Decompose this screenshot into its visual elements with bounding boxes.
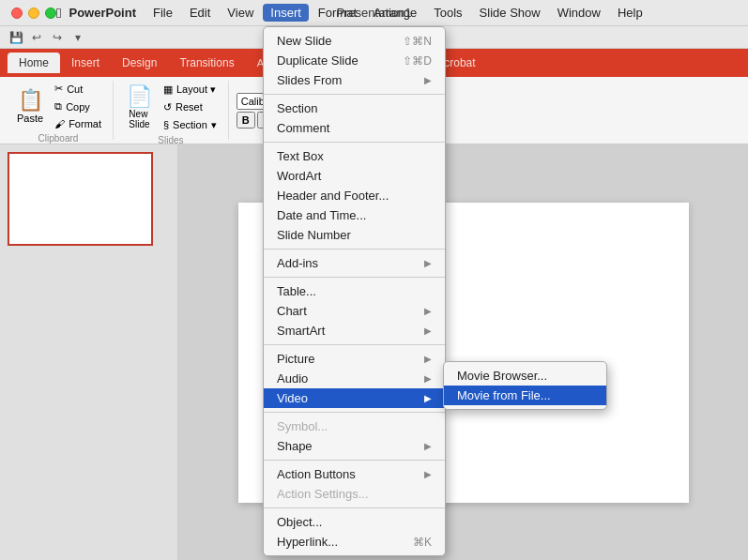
insert-menu[interactable]: New Slide ⇧⌘N Duplicate Slide ⇧⌘D Slides… (263, 26, 446, 556)
menu-item-label: Date and Time... (277, 208, 366, 222)
undo-icon[interactable]: ↩ (28, 29, 45, 46)
menu-item-label: New Slide (277, 34, 332, 48)
slide-panel: 1 (0, 144, 178, 560)
new-slide-icon: 📄 (127, 84, 152, 109)
menu-item-label: SmartArt (277, 324, 325, 338)
menu-item-object[interactable]: Object... (264, 512, 445, 532)
redo-icon[interactable]: ↪ (49, 29, 66, 46)
menu-view[interactable]: View (220, 4, 261, 22)
menu-item-label: Object... (277, 515, 322, 529)
menu-edit[interactable]: Edit (182, 4, 218, 22)
menu-item-add-ins[interactable]: Add-ins ▶ (264, 253, 445, 273)
menu-item-label: WordArt (277, 169, 321, 183)
submenu-arrow-icon: ▶ (424, 393, 432, 403)
layout-button[interactable]: ▦ Layout ▾ (160, 82, 221, 98)
menu-item-slide-number[interactable]: Slide Number (264, 225, 445, 245)
layout-label: Layout ▾ (176, 83, 216, 96)
video-submenu[interactable]: Movie Browser... Movie from File... (443, 361, 607, 410)
menu-item-shape[interactable]: Shape ▶ (264, 436, 445, 456)
format-label: Format (69, 118, 101, 129)
menu-help[interactable]: Help (610, 4, 650, 22)
tab-transitions[interactable]: Transitions (168, 53, 245, 73)
menu-slideshow[interactable]: Slide Show (472, 4, 548, 22)
reset-icon: ↺ (163, 101, 172, 114)
app-name: PowerPoint (69, 6, 136, 20)
new-slide-button[interactable]: 📄 NewSlide (121, 81, 158, 133)
menu-item-label: Video (277, 391, 308, 405)
paste-icon: 📋 (18, 88, 43, 113)
menu-item-shortcut: ⇧⌘N (403, 35, 432, 48)
tab-insert[interactable]: Insert (60, 53, 111, 73)
menu-item-wordart[interactable]: WordArt (264, 166, 445, 186)
menu-window[interactable]: Window (550, 4, 608, 22)
menu-item-header-footer[interactable]: Header and Footer... (264, 186, 445, 205)
menu-separator (264, 460, 445, 461)
clipboard-label: Clipboard (38, 133, 79, 144)
menu-item-symbol: Symbol... (264, 416, 445, 436)
menu-item-duplicate-slide[interactable]: Duplicate Slide ⇧⌘D (264, 51, 445, 70)
menu-item-video[interactable]: Video ▶ (264, 388, 445, 408)
save-icon[interactable]: 💾 (8, 29, 24, 46)
paste-button[interactable]: 📋 Paste (11, 84, 49, 128)
tab-home[interactable]: Home (8, 53, 60, 73)
menu-item-label: Text Box (277, 149, 324, 163)
menu-item-new-slide[interactable]: New Slide ⇧⌘N (264, 31, 445, 51)
menu-item-label: Chart (277, 304, 307, 318)
menu-item-label: Audio (277, 371, 308, 386)
format-painter-icon: 🖌 (54, 118, 65, 129)
menu-separator (264, 142, 445, 143)
format-button[interactable]: 🖌 Format (51, 116, 105, 131)
cut-button[interactable]: ✂ Cut (51, 81, 105, 97)
menu-item-hyperlink[interactable]: Hyperlink... ⌘K (264, 532, 445, 552)
section-button[interactable]: § Section ▾ (160, 117, 221, 133)
slide-thumbnail[interactable] (8, 152, 153, 246)
minimize-button[interactable] (28, 8, 39, 19)
menu-item-label: Add-ins (277, 256, 318, 270)
close-button[interactable] (11, 8, 23, 19)
menu-item-label: Picture (277, 352, 314, 366)
menu-item-label: Action Buttons (277, 467, 356, 481)
cut-label: Cut (67, 83, 83, 95)
submenu-arrow-icon: ▶ (424, 373, 432, 384)
section-icon: § (163, 119, 169, 130)
submenu-arrow-icon: ▶ (424, 306, 432, 316)
menu-item-label: Action Settings... (277, 487, 369, 501)
menu-item-table[interactable]: Table... (264, 281, 445, 301)
menu-item-date-time[interactable]: Date and Time... (264, 205, 445, 225)
window-title: Presentation1 (336, 6, 411, 20)
menu-item-section[interactable]: Section (264, 98, 445, 118)
menu-insert[interactable]: Insert (263, 4, 309, 22)
menu-item-audio[interactable]: Audio ▶ (264, 369, 445, 388)
menu-file[interactable]: File (145, 4, 180, 22)
maximize-button[interactable] (45, 8, 56, 19)
apple-icon:  (56, 5, 61, 21)
menu-item-slides-from[interactable]: Slides From ▶ (264, 70, 445, 90)
slides-buttons: 📄 NewSlide ▦ Layout ▾ ↺ Reset § Section … (121, 81, 221, 133)
submenu-arrow-icon: ▶ (424, 258, 432, 268)
menu-item-movie-browser[interactable]: Movie Browser... (444, 366, 606, 386)
clipboard-group: 📋 Paste ✂ Cut ⧉ Copy 🖌 Format Clipboard (4, 81, 114, 140)
copy-label: Copy (66, 101, 90, 113)
menu-item-shortcut: ⌘K (413, 536, 432, 549)
section-arrow-icon: ▾ (211, 119, 217, 131)
menu-tools[interactable]: Tools (426, 4, 469, 22)
menu-item-action-buttons[interactable]: Action Buttons ▶ (264, 464, 445, 484)
menu-item-chart[interactable]: Chart ▶ (264, 301, 445, 321)
menu-item-label: Hyperlink... (277, 535, 338, 549)
menu-item-smartart[interactable]: SmartArt ▶ (264, 321, 445, 341)
customize-icon[interactable]: ▾ (69, 29, 86, 46)
menu-item-picture[interactable]: Picture ▶ (264, 349, 445, 369)
menu-item-label: Movie from File... (457, 388, 551, 402)
reset-button[interactable]: ↺ Reset (160, 99, 221, 115)
submenu-arrow-icon: ▶ (424, 75, 432, 85)
menu-item-comment[interactable]: Comment (264, 118, 445, 138)
menu-item-label: Movie Browser... (457, 369, 547, 383)
slide-thumbnail-container: 1 (8, 152, 153, 246)
menu-item-text-box[interactable]: Text Box (264, 146, 445, 166)
copy-button[interactable]: ⧉ Copy (51, 98, 105, 114)
bold-button[interactable]: B (237, 112, 255, 129)
reset-label: Reset (176, 101, 203, 113)
menu-item-movie-from-file[interactable]: Movie from File... (444, 386, 606, 405)
menu-item-label: Header and Footer... (277, 189, 389, 203)
tab-design[interactable]: Design (111, 53, 168, 73)
